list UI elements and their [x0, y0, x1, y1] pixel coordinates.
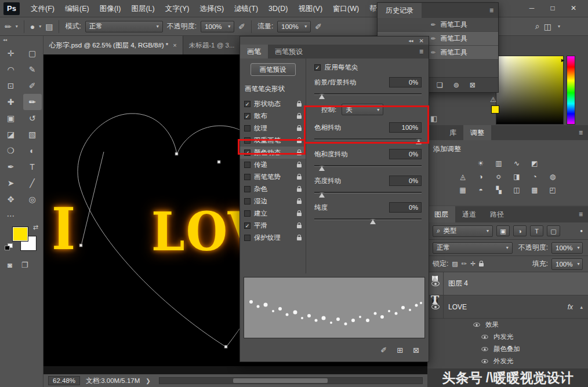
option-checkbox[interactable]: [244, 162, 251, 168]
menu-file[interactable]: 文件(F): [26, 0, 60, 17]
document-tab-active[interactable]: 心形字.psd @ 62.5% (图层 4, RGB/8#) * ×: [43, 36, 183, 54]
adj-threshold[interactable]: ◫: [510, 185, 524, 195]
brush-option-row[interactable]: 双重画笔: [240, 134, 306, 147]
effect-inner-glow[interactable]: 内发光: [427, 331, 588, 343]
quick-select-tool[interactable]: ✎: [23, 61, 42, 78]
docked-properties-icon[interactable]: ◧: [430, 114, 437, 123]
collapse-panel-icon[interactable]: ◂◂: [409, 38, 413, 43]
filter-type-layers-icon[interactable]: T: [530, 225, 543, 236]
lock-icon[interactable]: [297, 152, 302, 155]
dodge-tool[interactable]: ◐: [23, 143, 42, 159]
purity-value[interactable]: 0%: [389, 202, 422, 213]
option-checkbox[interactable]: ✓: [244, 222, 251, 229]
panel-menu-icon[interactable]: ≡: [419, 48, 429, 56]
delete-brush-trash-icon[interactable]: ⊠: [413, 346, 419, 355]
horizontal-scrollbar[interactable]: [159, 377, 423, 384]
fgbg-jitter-slider[interactable]: [314, 90, 422, 100]
tab-brush-presets[interactable]: 画笔预设: [268, 45, 310, 59]
active-tool-icon[interactable]: ✏: [5, 22, 12, 31]
crop-tool[interactable]: ⊡: [2, 78, 20, 94]
apply-per-tip-checkbox[interactable]: ✓: [314, 64, 321, 71]
slider-thumb[interactable]: [370, 219, 376, 224]
tab-brush[interactable]: 画笔: [240, 45, 268, 59]
brush-option-row[interactable]: 传递: [240, 159, 306, 171]
menu-image[interactable]: 图像(I): [95, 0, 126, 17]
adj-color-balance[interactable]: ≎: [492, 171, 506, 182]
clone-stamp-tool[interactable]: ▣: [2, 110, 20, 126]
history-state-row[interactable]: ✏ 画笔工具: [378, 18, 498, 32]
tool-preset-caret-icon[interactable]: ▾: [16, 24, 18, 29]
brush-option-row[interactable]: ✓ 形状动态: [240, 98, 306, 110]
adj-posterize[interactable]: ▚: [492, 185, 506, 195]
layer-fx-badge[interactable]: fx: [568, 303, 573, 311]
eraser-tool[interactable]: ◪: [2, 126, 20, 143]
stroke-preview-toggle-icon[interactable]: ✐: [380, 346, 387, 355]
tab-channels[interactable]: 通道: [455, 206, 483, 222]
lock-icon[interactable]: [297, 115, 302, 119]
minimize-button[interactable]: ─: [523, 2, 540, 14]
layer-row-text[interactable]: T LOVE fx ▴: [427, 295, 588, 319]
visibility-eye-icon[interactable]: [431, 281, 440, 286]
hue-jitter-slider[interactable]: [314, 136, 422, 145]
delete-state-trash-icon[interactable]: ⊠: [470, 81, 476, 89]
toggle-brush-panel-button[interactable]: ▤: [45, 22, 53, 31]
search-icon[interactable]: ⌕: [535, 21, 540, 31]
brush-option-row[interactable]: 保护纹理: [240, 232, 306, 244]
slider-thumb[interactable]: [319, 192, 325, 198]
option-checkbox[interactable]: [244, 198, 251, 205]
path-select-tool[interactable]: ➤: [2, 175, 20, 191]
slider-thumb[interactable]: [416, 139, 422, 144]
lock-icon[interactable]: [297, 103, 302, 107]
option-checkbox[interactable]: [244, 186, 251, 192]
visibility-eye-icon[interactable]: [481, 335, 488, 339]
lock-icon[interactable]: [297, 213, 302, 216]
close-panel-icon[interactable]: ✕: [419, 38, 424, 44]
layer-name[interactable]: LOVE: [448, 303, 467, 311]
menu-select[interactable]: 选择(S): [194, 0, 229, 17]
tab-close-icon[interactable]: ×: [173, 42, 176, 49]
hue-jitter-value[interactable]: 100%: [389, 122, 422, 133]
toolbar-collapse-icon[interactable]: ◂◂: [0, 36, 43, 45]
layer-name[interactable]: 图层 4: [448, 279, 468, 289]
brush-presets-button[interactable]: 画笔预设: [251, 63, 296, 76]
filter-adjustment-layers-icon[interactable]: ◑: [513, 225, 527, 236]
status-chevron-icon[interactable]: ❯: [146, 378, 150, 384]
workspace-caret-icon[interactable]: ▾: [558, 24, 560, 29]
brush-preset-picker[interactable]: ●: [30, 22, 35, 31]
visibility-eye-icon[interactable]: [481, 359, 488, 363]
lock-icon[interactable]: [297, 225, 302, 228]
option-checkbox[interactable]: ✓: [244, 113, 251, 119]
more-tools[interactable]: ⋯: [2, 207, 20, 224]
marquee-tool[interactable]: ▢: [23, 45, 42, 61]
brush-tool[interactable]: ✏: [23, 94, 42, 110]
brush-option-row[interactable]: 杂色: [240, 183, 306, 195]
swap-colors-icon[interactable]: ⇄: [33, 224, 38, 231]
adj-levels[interactable]: ▥: [492, 158, 506, 169]
menu-layer[interactable]: 图层(L): [126, 0, 159, 17]
eyedropper-tool[interactable]: ✐: [23, 78, 42, 94]
lock-icon[interactable]: [297, 127, 302, 131]
brush-option-row[interactable]: 湿边: [240, 195, 306, 207]
adj-selective-color[interactable]: ◰: [546, 185, 560, 195]
option-checkbox[interactable]: [244, 137, 251, 144]
gradient-tool[interactable]: ▧: [23, 126, 42, 143]
menu-view[interactable]: 视图(V): [293, 0, 328, 17]
adj-vibrance[interactable]: ◬: [456, 171, 470, 182]
quick-mask-icon[interactable]: ◙: [8, 261, 12, 269]
panel-menu-icon[interactable]: ≡: [489, 6, 498, 14]
hue-marker-icon[interactable]: ►: [560, 57, 565, 63]
tab-library[interactable]: 库: [442, 125, 463, 140]
zoom-tool[interactable]: ◎: [23, 191, 42, 207]
menu-3d[interactable]: 3D(D): [263, 0, 293, 17]
filter-shape-layers-icon[interactable]: ▢: [547, 225, 560, 236]
saturation-jitter-slider[interactable]: [314, 162, 422, 171]
option-checkbox[interactable]: ✓: [244, 101, 251, 107]
lock-all-icon[interactable]: [479, 263, 484, 266]
panel-menu-icon[interactable]: ≡: [579, 210, 588, 218]
zoom-level-field[interactable]: 62.48%: [48, 376, 80, 385]
opacity-select[interactable]: 100% ▾: [201, 21, 234, 32]
workspace-switcher-icon[interactable]: ◫: [544, 22, 551, 31]
filter-pixel-layers-icon[interactable]: ▣: [496, 225, 510, 236]
saturation-jitter-value[interactable]: 0%: [389, 149, 422, 159]
type-tool[interactable]: T: [23, 159, 42, 175]
